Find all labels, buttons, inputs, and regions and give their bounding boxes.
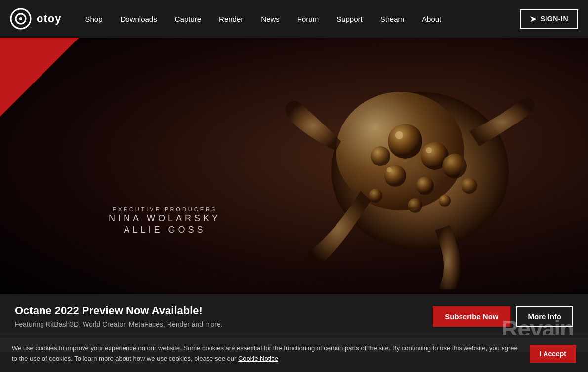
- nav-item-support[interactable]: Support: [328, 0, 372, 38]
- sign-in-button[interactable]: ➤ SIGN-IN: [520, 9, 578, 29]
- hero-banner: Octane 2022 Preview Now Available! Featu…: [0, 294, 588, 338]
- svg-point-16: [426, 147, 432, 153]
- hero-banner-text: Octane 2022 Preview Now Available! Featu…: [15, 304, 223, 328]
- ep-name1: NINA WOLARSKY: [109, 213, 221, 224]
- svg-point-13: [462, 178, 477, 194]
- sign-in-icon: ➤: [530, 14, 537, 24]
- hero-subtitle: Featuring KitBash3D, World Creator, Meta…: [15, 320, 223, 328]
- nav-item-shop[interactable]: Shop: [76, 0, 111, 38]
- svg-point-9: [442, 154, 467, 178]
- hero-banner-actions: Subscribe Now More Info: [433, 306, 573, 327]
- hero-metallic-art: [262, 42, 558, 289]
- svg-point-11: [408, 198, 422, 213]
- nav-item-about[interactable]: About: [413, 0, 450, 38]
- logo-text: otoy: [37, 12, 61, 25]
- main-nav: Shop Downloads Capture Render News Forum…: [76, 0, 520, 38]
- nav-item-capture[interactable]: Capture: [166, 0, 210, 38]
- subscribe-now-button[interactable]: Subscribe Now: [433, 306, 510, 327]
- nav-item-forum[interactable]: Forum: [289, 0, 328, 38]
- red-triangle-decoration: [0, 38, 79, 117]
- more-info-button[interactable]: More Info: [516, 306, 574, 327]
- nav-item-render[interactable]: Render: [210, 0, 252, 38]
- nav-item-news[interactable]: News: [252, 0, 289, 38]
- svg-point-2: [19, 17, 22, 20]
- cookie-accept-button[interactable]: I Accept: [530, 345, 576, 363]
- svg-point-8: [416, 177, 434, 195]
- header: otoy Shop Downloads Capture Render News …: [0, 0, 588, 38]
- svg-point-5: [388, 124, 422, 159]
- svg-point-17: [387, 167, 392, 172]
- ep-name2: ALLIE GOSS: [109, 225, 221, 235]
- svg-point-12: [439, 195, 451, 207]
- nav-item-downloads[interactable]: Downloads: [112, 0, 166, 38]
- sign-in-label: SIGN-IN: [541, 15, 568, 23]
- svg-point-14: [369, 189, 382, 203]
- svg-point-15: [395, 131, 403, 139]
- cookie-text: We use cookies to improve your experienc…: [12, 343, 530, 364]
- cookie-notice-link[interactable]: Cookie Notice: [238, 355, 278, 362]
- hero-background: EXECUTIVE PRODUCERS NINA WOLARSKY ALLIE …: [0, 38, 588, 294]
- hero-section: EXECUTIVE PRODUCERS NINA WOLARSKY ALLIE …: [0, 38, 588, 294]
- hero-title: Octane 2022 Preview Now Available!: [15, 304, 223, 317]
- logo-link[interactable]: otoy: [10, 8, 61, 30]
- otoy-logo-icon: [10, 8, 32, 30]
- cookie-banner: We use cookies to improve your experienc…: [0, 335, 588, 372]
- executive-producers-text: EXECUTIVE PRODUCERS NINA WOLARSKY ALLIE …: [109, 207, 221, 235]
- svg-point-10: [371, 146, 390, 166]
- nav-item-stream[interactable]: Stream: [372, 0, 413, 38]
- ep-label: EXECUTIVE PRODUCERS: [113, 207, 217, 212]
